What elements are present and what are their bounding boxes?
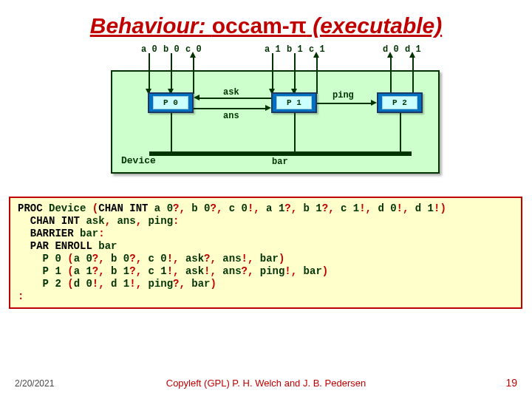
title-pre: Behaviour: bbox=[90, 13, 212, 38]
proc-p0: P 0 bbox=[148, 92, 194, 113]
title-post: (executable) bbox=[307, 13, 442, 38]
ask-label: ask bbox=[223, 87, 239, 98]
ans-label: ans bbox=[223, 111, 239, 121]
proc-p2-label: P 2 bbox=[382, 96, 417, 109]
bar-label: bar bbox=[272, 157, 288, 167]
code-block: PROC Device (CHAN INT a 0?, b 0?, c 0!, … bbox=[9, 197, 522, 309]
bar-line bbox=[149, 151, 412, 156]
proc-p1: P 1 bbox=[271, 92, 317, 113]
footer-copy: Copyleft (GPL) P. H. Welch and J. B. Ped… bbox=[0, 378, 532, 389]
slide-title: Behaviour: occam-π (executable) bbox=[0, 13, 532, 38]
title-mid: occam-π bbox=[212, 13, 307, 38]
proc-p0-label: P 0 bbox=[153, 96, 188, 109]
ping-label: ping bbox=[332, 90, 354, 100]
proc-p2: P 2 bbox=[377, 92, 423, 113]
proc-p1-label: P 1 bbox=[276, 96, 312, 109]
footer-page-number: 19 bbox=[505, 377, 517, 389]
diagram: Device bar a 0 b 0 c 0 a 1 b 1 c 1 d 0 d… bbox=[111, 44, 440, 174]
device-label: Device bbox=[121, 155, 156, 166]
